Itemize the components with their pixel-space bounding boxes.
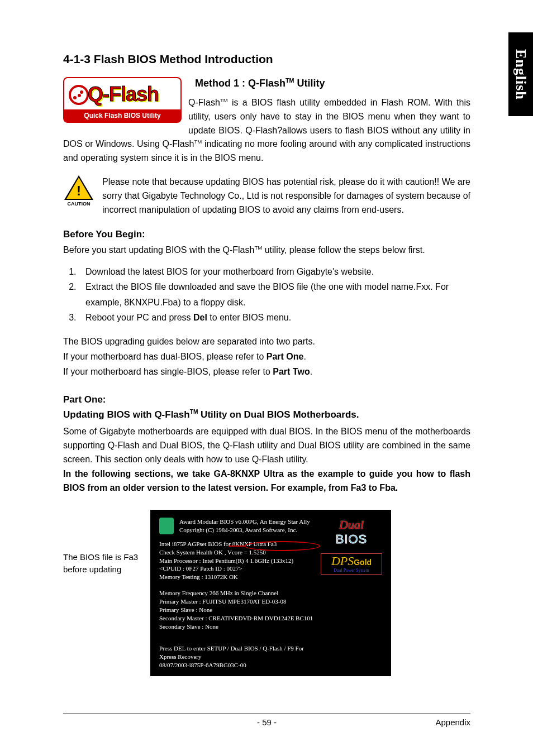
bios-line: Secondary Slave : None xyxy=(159,623,382,631)
list-item: Download the latest BIOS for your mother… xyxy=(79,264,470,279)
caution-text: Please note that because updating BIOS h… xyxy=(63,175,470,217)
qflash-logo-word: Q-Flash xyxy=(88,83,159,106)
before-steps: Download the latest BIOS for your mother… xyxy=(69,264,470,325)
bios-screen: Award Modular BIOS v6.00PG, An Energy St… xyxy=(150,510,391,676)
language-tab-label: English xyxy=(512,49,529,100)
partone-p2: In the following sections, we take GA-8K… xyxy=(63,467,470,495)
dual-bios-logo: Dual BIOS DPSGold Dual Power System xyxy=(321,518,382,575)
caution-block: ! CAUTION Please note that because updat… xyxy=(63,175,470,217)
bios-line: Primary Master : FUJITSU MPE3170AT ED-03… xyxy=(159,597,382,606)
guides-line: The BIOS upgrading guides below are sepa… xyxy=(63,335,470,349)
list-item: Reboot your PC and press Del to enter BI… xyxy=(79,310,470,325)
bios-line: Secondary Master : CREATIVEDVD-RM DVD124… xyxy=(159,614,382,623)
bios-line: Press DEL to enter SETUP / Dual BIOS / Q… xyxy=(159,644,307,661)
partone-p1: Some of Gigabyte motherboards are equipp… xyxy=(63,425,470,466)
epa-icon xyxy=(159,518,174,534)
method1-block: Q-Flash Quick Flash BIOS Utility Method … xyxy=(63,77,470,165)
language-tab: English xyxy=(508,32,533,116)
bios-screenshot-row: The BIOS file is Fa3 before updating Awa… xyxy=(63,510,470,676)
before-heading: Before You Begin: xyxy=(63,229,470,240)
page-content: 4-1-3 Flash BIOS Method Introduction Q-F… xyxy=(63,52,470,676)
partone-subheading: Updating BIOS with Q-FlashTM Utility on … xyxy=(63,409,470,420)
bios-line: 08/07/2003-i875P-6A79BG03C-00 xyxy=(159,661,307,669)
guides-line: If your motherboard has single-BIOS, ple… xyxy=(63,365,470,379)
page-footer: - 59 - Appendix xyxy=(63,714,470,727)
caution-label: CAUTION xyxy=(63,201,94,207)
list-item: Extract the BIOS file downloaded and sav… xyxy=(79,279,470,309)
bios-line: Memory Frequency 266 MHz in Single Chann… xyxy=(159,589,382,597)
guides-line: If your motherboard has dual-BIOS, pleas… xyxy=(63,350,470,364)
footer-page-number: - 59 - xyxy=(63,717,470,727)
bios-line: Copyright (C) 1984-2003, Award Software,… xyxy=(179,526,310,534)
qflash-logo: Q-Flash Quick Flash BIOS Utility xyxy=(63,77,182,123)
partone-heading: Part One: xyxy=(63,394,470,405)
caution-icon: ! CAUTION xyxy=(63,175,94,207)
bios-line: Award Modular BIOS v6.00PG, An Energy St… xyxy=(179,518,310,526)
section-title: 4-1-3 Flash BIOS Method Introduction xyxy=(63,52,470,66)
method1-title: Method 1 : Q-FlashTM Utility xyxy=(195,77,470,89)
bios-callout-circle xyxy=(244,541,320,551)
bios-caption: The BIOS file is Fa3 before updating xyxy=(63,510,150,576)
before-intro: Before you start updating BIOS with the … xyxy=(63,243,470,257)
bios-line: Primary Slave : None xyxy=(159,606,382,614)
qflash-logo-sub: Quick Flash BIOS Utility xyxy=(64,109,180,122)
